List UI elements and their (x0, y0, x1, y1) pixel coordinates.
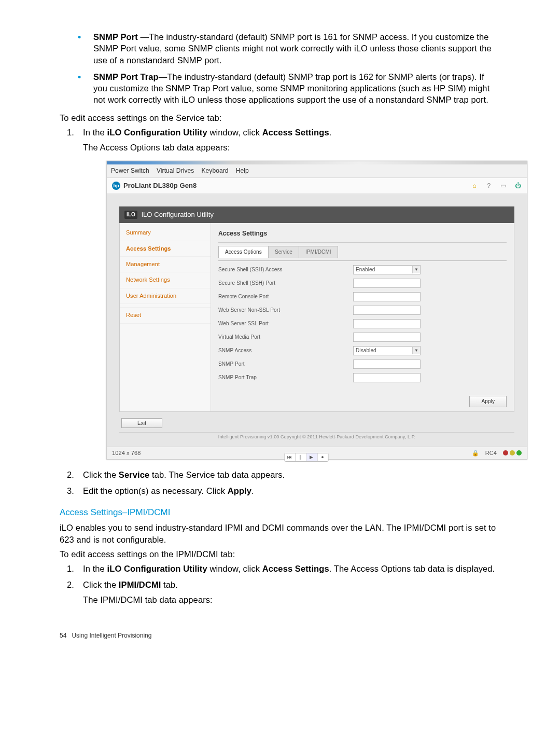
sidebar-item-reset[interactable]: Reset (120, 307, 211, 323)
help-icon[interactable]: ? (485, 182, 493, 189)
status-resolution: 1024 x 768 (112, 449, 141, 457)
home-icon[interactable]: ⌂ (471, 182, 478, 189)
exit-button[interactable]: Exit (121, 418, 162, 428)
label-remote-console: Remote Console Port (218, 293, 353, 300)
menu-keyboard[interactable]: Keyboard (201, 167, 228, 175)
sidebar-item-access-settings[interactable]: Access Settings (120, 241, 211, 257)
titlebar-icons: ⌂ ? ▭ ⏻ (471, 182, 522, 189)
util-title: iLO Configuration Utility (142, 210, 214, 219)
status-icons: 🔒 RC4 (472, 449, 522, 457)
sidebar-item-network-settings[interactable]: Network Settings (120, 272, 211, 288)
tab-ipmi-dcmi[interactable]: IPMI/DCMI (299, 246, 338, 258)
label-snmp-port: SNMP Port (218, 361, 353, 368)
dot-yellow-icon (510, 450, 515, 455)
input-snmp-port[interactable] (353, 360, 421, 369)
status-dots (503, 450, 522, 455)
bullet-snmp-port: SNMP Port —The industry-standard (defaul… (60, 31, 500, 66)
intro-text: To edit access settings on the Service t… (60, 112, 500, 123)
hp-logo-icon: hp (112, 182, 120, 190)
page-footer: 54 Using Intelligent Provisioning (60, 632, 500, 639)
tab-row: Access Options Service IPMI/DCMI (218, 246, 507, 258)
step-1-sub: The Access Options tab data appears: (83, 142, 500, 154)
power-icon[interactable]: ⏻ (514, 182, 522, 189)
select-ssh-access[interactable]: Enabled▼ (353, 265, 421, 274)
status-rc: RC4 (485, 449, 497, 457)
work-area: iLO iLO Configuration Utility Summary Ac… (107, 194, 527, 447)
label-web-ssl: Web Server SSL Port (218, 320, 353, 327)
ipmi-p1: iLO enables you to send industry-standar… (60, 522, 500, 545)
steps-service: In the iLO Configuration Utility window,… (60, 127, 500, 497)
sidebar-item-summary[interactable]: Summary (120, 225, 211, 241)
row-ssh-access: Secure Shell (SSH) Access Enabled▼ (218, 263, 507, 277)
ipmi-step-2-sub: The IPMI/DCMI tab data appears: (83, 594, 500, 606)
shot-footer-text: Intelligent Provisioning v1.00 Copyright… (119, 432, 514, 443)
titlebar-text: ProLiant DL380p Gen8 (123, 181, 197, 190)
ipmi-p2: To edit access settings on the IPMI/DCMI… (60, 548, 500, 560)
statusbar: 1024 x 768 ⏮ ∥ ▶ ● 🔒 R (107, 447, 527, 459)
chevron-down-icon: ▼ (412, 347, 420, 354)
menu-virtual-drives[interactable]: Virtual Drives (157, 167, 194, 175)
steps-ipmi: In the iLO Configuration Utility window,… (60, 563, 500, 606)
label-snmp-access: SNMP Access (218, 347, 353, 354)
page-number: 54 (60, 632, 66, 639)
apply-button[interactable]: Apply (469, 396, 507, 407)
titlebar: hp ProLiant DL380p Gen8 ⌂ ? ▭ ⏻ (107, 178, 527, 194)
step-1: In the iLO Configuration Utility window,… (60, 127, 500, 460)
row-snmp-port: SNMP Port (218, 357, 507, 371)
row-web-nonssl: Web Server Non-SSL Port (218, 303, 507, 317)
rewind-icon[interactable]: ⏮ (285, 453, 296, 461)
dot-red-icon (503, 450, 508, 455)
section-heading-ipmi: Access Settings–IPMI/DCMI (60, 507, 500, 518)
row-remote-console: Remote Console Port (218, 290, 507, 303)
page-footer-title: Using Intelligent Provisioning (72, 632, 151, 639)
menu-help[interactable]: Help (236, 167, 249, 175)
dot-green-icon (516, 450, 522, 455)
select-snmp-access[interactable]: Disabled▼ (353, 346, 421, 355)
term: SNMP Port Trap (93, 72, 159, 81)
util-header: iLO iLO Configuration Utility (119, 206, 514, 223)
ipmi-step-1: In the iLO Configuration Utility window,… (60, 563, 500, 575)
label-snmp-trap: SNMP Port Trap (218, 374, 353, 381)
pause-icon[interactable]: ∥ (296, 453, 306, 461)
row-virtual-media: Virtual Media Port (218, 330, 507, 344)
bullet-snmp-port-trap: SNMP Port Trap—The industry-standard (de… (60, 71, 500, 106)
input-virtual-media[interactable] (353, 333, 421, 342)
row-web-ssl: Web Server SSL Port (218, 317, 507, 330)
chevron-down-icon: ▼ (412, 266, 420, 273)
ilo-badge-icon: iLO (124, 211, 137, 219)
screenshot-ilo-config: Power Switch Virtual Drives Keyboard Hel… (106, 161, 527, 460)
term: SNMP Port (93, 32, 138, 42)
menubar: Power Switch Virtual Drives Keyboard Hel… (107, 164, 527, 178)
exit-row: Exit (119, 412, 514, 432)
content-pane: Access Settings Access Options Service I… (211, 223, 514, 411)
input-remote-console[interactable] (353, 292, 421, 301)
row-ssh-port: Secure Shell (SSH) Port (218, 277, 507, 290)
step-2: Click the Service tab. The Service tab d… (60, 469, 500, 481)
padlock-icon: 🔒 (472, 449, 479, 457)
apply-row: Apply (218, 384, 507, 407)
label-web-nonssl: Web Server Non-SSL Port (218, 307, 353, 314)
sidebar-item-management[interactable]: Management (120, 257, 211, 272)
tab-underline (218, 260, 507, 261)
play-icon[interactable]: ▶ (306, 453, 317, 461)
tab-access-options[interactable]: Access Options (218, 246, 269, 258)
bullet-list: SNMP Port —The industry-standard (defaul… (60, 31, 500, 106)
input-ssh-port[interactable] (353, 279, 421, 288)
record-icon[interactable]: ● (317, 453, 328, 461)
tab-service[interactable]: Service (268, 246, 299, 258)
row-snmp-access: SNMP Access Disabled▼ (218, 344, 507, 357)
content-title: Access Settings (218, 227, 507, 243)
sidebar-item-user-administration[interactable]: User Administration (120, 288, 211, 304)
ipmi-step-2: Click the IPMI/DCMI tab. The IPMI/DCMI t… (60, 579, 500, 606)
label-virtual-media: Virtual Media Port (218, 334, 353, 341)
label-ssh-port: Secure Shell (SSH) Port (218, 280, 353, 287)
sidebar: Summary Access Settings Management Netwo… (120, 223, 211, 411)
input-web-nonssl[interactable] (353, 306, 421, 315)
transport-controls[interactable]: ⏮ ∥ ▶ ● (284, 453, 328, 462)
menu-power-switch[interactable]: Power Switch (111, 167, 149, 175)
input-web-ssl[interactable] (353, 319, 421, 328)
input-snmp-trap[interactable] (353, 373, 421, 382)
util-body: Summary Access Settings Management Netwo… (119, 223, 514, 412)
step-3: Edit the option(s) as necessary. Click A… (60, 485, 500, 497)
window-icon[interactable]: ▭ (500, 182, 507, 189)
